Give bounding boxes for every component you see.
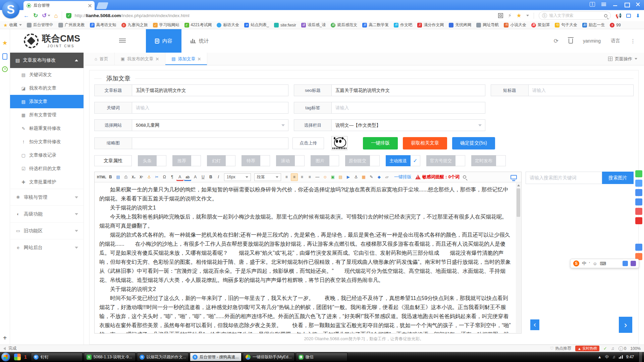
minimize-icon[interactable] bbox=[612, 2, 618, 7]
sidebar-group-review[interactable]: ❋审核与管理 bbox=[10, 189, 84, 205]
highlight-icon[interactable]: ab bbox=[184, 173, 191, 181]
seo-title-field[interactable] bbox=[331, 84, 485, 96]
bookmark-item[interactable]: S九寨沟之旅 bbox=[121, 22, 148, 28]
attr-recommend[interactable]: 推荐 bbox=[172, 155, 201, 166]
taskbar-window-notepad[interactable]: S5068-1.13-说明文-9... bbox=[84, 353, 136, 361]
user-name[interactable]: yanming bbox=[583, 38, 601, 44]
network-icon[interactable] bbox=[619, 355, 623, 359]
ime-toolbox-icon[interactable] bbox=[631, 261, 636, 266]
taskbar-window-myeditor[interactable]: 一键排版助手(MyEd... bbox=[243, 353, 294, 361]
attr-official-submit[interactable]: 官方号提交 bbox=[426, 155, 465, 166]
seo-title-input[interactable] bbox=[335, 88, 481, 93]
url-text[interactable]: http://lianhe.5068.com/index.php/admin/i… bbox=[74, 13, 189, 18]
announcement-icon[interactable]: 📢 bbox=[615, 13, 622, 19]
insert-table-icon[interactable]: ▦ bbox=[360, 173, 367, 181]
map-anchor-icon[interactable]: ⚓ bbox=[353, 173, 360, 181]
one-click-format-link[interactable]: 一键排版 bbox=[394, 174, 412, 180]
browser-menu-icon[interactable] bbox=[601, 2, 606, 7]
sidebar-collapse-icon[interactable] bbox=[119, 39, 126, 43]
paragraph[interactable]: 如果积聚一生的力量只为几秒的绚烂，如果短暂的华丽需要以粉身碎骨为代价，你还会选择… bbox=[99, 185, 511, 203]
paragraph-mark-icon[interactable]: ¶ bbox=[169, 173, 176, 181]
mobile-panel-icon[interactable] bbox=[2, 53, 7, 60]
align-justify-icon[interactable]: ≡ bbox=[306, 173, 313, 181]
attr-checkbox[interactable] bbox=[455, 155, 465, 166]
font-family-icon[interactable]: A bbox=[192, 173, 199, 181]
sogou-browser-logo[interactable]: S bbox=[2, 1, 19, 18]
search-in-editor-icon[interactable] bbox=[463, 175, 466, 179]
sidebar-group-legacy[interactable]: ▭旧功能区 bbox=[10, 222, 84, 239]
download-icon[interactable]: ⬇ bbox=[636, 13, 640, 19]
page-tab-add-article[interactable]: ▤添加文章 bbox=[165, 53, 207, 65]
quick-nav-red[interactable] bbox=[635, 217, 642, 224]
paragraph[interactable]: 烟花的款式各式各样的。有一种就像一把机关枪在扫射;还有一种是三段式的，先是紫色，… bbox=[99, 230, 511, 285]
speaker-icon[interactable]: ♫ bbox=[611, 346, 614, 351]
attr-featured[interactable]: 特荐 bbox=[241, 155, 270, 166]
sidebar-item-deducted-articles[interactable]: !扣分文章待修改 bbox=[10, 135, 84, 148]
emoji-icon[interactable]: ☺ bbox=[322, 173, 329, 181]
clock-time[interactable]: 9:47 bbox=[626, 355, 634, 359]
special-char-icon[interactable]: Ω bbox=[161, 173, 168, 181]
trash-icon[interactable] bbox=[569, 39, 573, 44]
ime-skin-icon[interactable] bbox=[623, 261, 628, 266]
ime-mode-chinese[interactable]: 中 bbox=[582, 260, 586, 266]
taskbar-window-dingtalk[interactable]: 钉钉钉 bbox=[31, 353, 83, 361]
panda-meme-image[interactable] bbox=[331, 136, 347, 150]
tray-ime-mode[interactable]: 中 bbox=[605, 354, 609, 360]
favorite-star-icon[interactable]: ★ bbox=[516, 12, 521, 19]
tab-close-icon[interactable] bbox=[156, 57, 159, 61]
paragraph[interactable]: 时间不知不觉已经过了这么久，新的一年来到了，旧的一年里去了，我又长大了一岁。 夜… bbox=[99, 294, 511, 333]
short-title-input[interactable] bbox=[532, 88, 630, 93]
paragraph[interactable]: 今天晚上我和爸爸妈妈吃完晚饭后，就和朋友一起到小梅沙去放烟花。那里七点的时候有烟… bbox=[99, 212, 511, 230]
bookmark-item[interactable]: 观观后感范文 bbox=[331, 22, 357, 28]
quick-nav-blue[interactable] bbox=[635, 189, 642, 196]
download-count-icon[interactable]: 1 bbox=[590, 2, 595, 7]
bookmark-item[interactable]: 读读后感_读 bbox=[301, 22, 326, 28]
tab-close-icon[interactable] bbox=[198, 57, 201, 61]
bookmark-item[interactable]: 句句子大全 bbox=[555, 22, 577, 28]
bookmark-item[interactable]: 京高考语文知 bbox=[90, 22, 116, 28]
show-desktop-button[interactable] bbox=[639, 352, 642, 362]
nav-tab-stats[interactable]: 统计 bbox=[181, 29, 218, 53]
quick-nav-green[interactable] bbox=[635, 170, 642, 177]
bookmark-item[interactable]: 聚聚划算 bbox=[531, 22, 550, 28]
undo-icon[interactable]: ↺ bbox=[42, 13, 47, 18]
maximize-icon[interactable] bbox=[624, 2, 629, 7]
bookmark-item[interactable]: site:fwsir bbox=[274, 23, 296, 27]
page-tab-my-articles[interactable]: ▣我发布的文章 bbox=[115, 53, 165, 65]
search-placeholder[interactable]: 输入文字搜索 bbox=[549, 13, 602, 18]
bookmark-item[interactable]: 书小说大全 bbox=[504, 22, 526, 28]
browser-tab[interactable]: 后台管理 bbox=[23, 1, 95, 10]
fullscreen-monitor-icon[interactable] bbox=[511, 175, 517, 179]
paragraph[interactable]: 关于烟花的说明文1 bbox=[99, 203, 511, 212]
flash-icon[interactable]: ⚡ bbox=[508, 12, 512, 19]
taskbar-window-browser-page[interactable]: S以烟花为话题的作文... bbox=[137, 353, 189, 361]
security-shield-icon[interactable]: ✓ bbox=[66, 13, 71, 18]
zoom-level[interactable]: 100% bbox=[630, 346, 641, 351]
ime-punctuation-icon[interactable]: ’ bbox=[589, 261, 590, 266]
insert-file-icon[interactable]: ▤ bbox=[337, 173, 344, 181]
scroll-up-icon[interactable] bbox=[516, 183, 521, 188]
article-title-field[interactable]: 五关于烟花的说明文作文 bbox=[132, 84, 288, 96]
bookmark-item[interactable]: 网址导航 bbox=[476, 22, 499, 28]
attr-slide[interactable]: 幻灯 bbox=[207, 155, 235, 166]
favorite-caret-icon[interactable] bbox=[526, 15, 529, 16]
tag-field[interactable] bbox=[331, 102, 485, 114]
next-page-button[interactable]: › bbox=[619, 317, 632, 333]
align-left-icon[interactable]: ≡ bbox=[283, 173, 290, 181]
volume-icon[interactable]: ♫ bbox=[612, 355, 615, 359]
one-click-format-button[interactable]: 一键排版 bbox=[363, 137, 398, 149]
sidebar-group-advanced[interactable]: ◐高级功能 bbox=[10, 205, 84, 222]
qr-code-icon[interactable] bbox=[498, 13, 503, 18]
bookmark-item[interactable]: 无忧烤网 bbox=[449, 22, 471, 28]
bookmark-item[interactable]: 标语大全 bbox=[217, 22, 239, 28]
sidebar-item-edit-history[interactable]: ▢文章修改记录 bbox=[10, 148, 84, 162]
html-source-icon[interactable]: HTML bbox=[97, 173, 106, 181]
attr-image[interactable]: 图片 bbox=[311, 155, 339, 166]
quick-nav-blue[interactable] bbox=[635, 244, 642, 251]
url-field[interactable]: ✓ http://lianhe.5068.com/index.php/admin… bbox=[62, 11, 390, 20]
check-icon[interactable]: ✓ bbox=[603, 346, 607, 351]
language-switch[interactable]: 语言 bbox=[611, 38, 620, 44]
horizontal-rule-icon[interactable]: — bbox=[314, 173, 321, 181]
italic-icon[interactable]: I bbox=[215, 173, 222, 181]
back-icon[interactable]: ← bbox=[23, 13, 29, 18]
